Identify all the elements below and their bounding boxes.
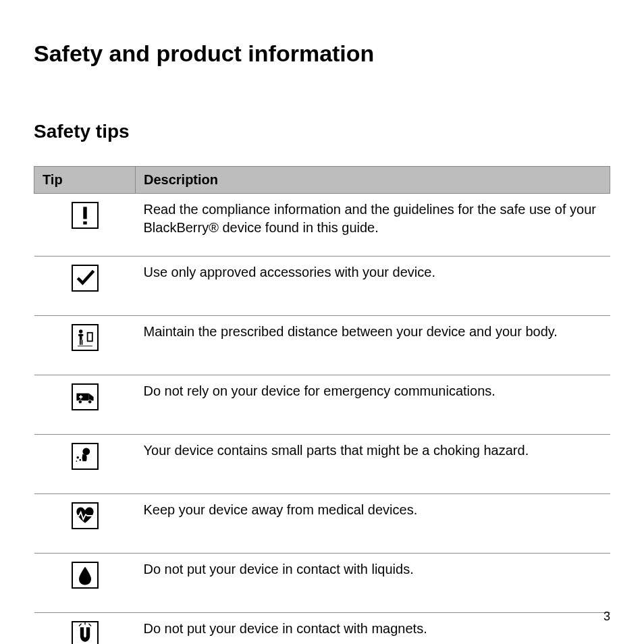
table-row: Read the compliance information and the … [34,194,610,257]
svg-rect-1 [83,221,86,225]
svg-point-15 [82,448,90,455]
tip-description: Your device contains small parts that mi… [136,435,610,494]
svg-point-2 [79,329,82,333]
liquid-drop-icon [72,562,99,589]
column-header-tip: Tip [34,167,136,194]
exclamation-icon [72,202,99,229]
svg-point-17 [79,459,81,461]
table-row: Do not put your device in contact with m… [34,613,610,645]
table-row: Do not rely on your device for emergency… [34,375,610,435]
heart-monitor-icon [72,502,99,529]
tip-icon-cell [34,435,136,494]
safety-tips-table: Tip Description Read the compliance info… [34,166,610,644]
svg-line-19 [79,624,82,626]
tip-icon-cell [34,375,136,435]
svg-point-12 [88,400,91,404]
table-row: Keep your device away from medical devic… [34,494,610,554]
section-heading: Safety tips [34,121,610,142]
svg-marker-10 [88,394,93,401]
person-distance-icon [72,324,99,351]
svg-rect-0 [83,207,86,219]
document-page: Safety and product information Safety ti… [0,0,644,644]
tip-icon-cell [34,194,136,257]
tip-description: Keep your device away from medical devic… [136,494,610,554]
column-header-description: Description [136,167,610,194]
checkmark-icon [72,265,99,292]
tip-icon-cell [34,613,136,645]
table-row: Maintain the prescribed distance between… [34,316,610,375]
svg-point-18 [76,460,77,462]
page-number: 3 [603,610,610,624]
tip-icon-cell [34,257,136,316]
tip-icon-cell [34,554,136,613]
svg-point-11 [78,400,82,404]
page-title: Safety and product information [34,41,610,67]
svg-rect-7 [87,333,92,342]
table-row: Use only approved accessories with your … [34,257,610,316]
tip-description: Do not put your device in contact with l… [136,554,610,613]
choking-hazard-icon [72,443,99,470]
tip-icon-cell [34,494,136,554]
tip-description: Do not put your device in contact with m… [136,613,610,645]
magnet-icon [72,621,99,644]
tip-icon-cell [34,316,136,375]
table-row: Your device contains small parts that mi… [34,435,610,494]
svg-line-20 [88,624,91,626]
tip-description: Use only approved accessories with your … [136,257,610,316]
svg-rect-14 [79,396,82,398]
table-row: Do not put your device in contact with l… [34,554,610,613]
tip-description: Maintain the prescribed distance between… [136,316,610,375]
ambulance-icon [72,383,99,410]
tip-description: Do not rely on your device for emergency… [136,375,610,435]
svg-rect-5 [79,340,80,345]
svg-rect-6 [81,340,82,345]
svg-point-16 [76,456,79,459]
tip-description: Read the compliance information and the … [136,194,610,257]
